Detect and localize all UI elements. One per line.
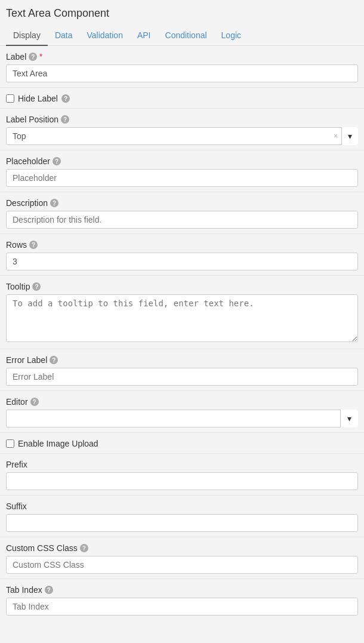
prefix-group: Prefix xyxy=(0,454,364,496)
tooltip-textarea[interactable] xyxy=(6,294,358,342)
rows-group: Rows ? xyxy=(0,234,364,276)
error-label-label: Error Label xyxy=(6,355,47,365)
form-body: Label ? * Hide Label ? Label Position ? … xyxy=(0,46,364,620)
tab-index-group: Tab Index ? xyxy=(0,579,364,620)
tab-api[interactable]: API xyxy=(130,26,158,46)
tooltip-label: Tooltip xyxy=(6,282,30,291)
label-position-help-icon[interactable]: ? xyxy=(61,115,69,124)
tab-display[interactable]: Display xyxy=(6,26,48,46)
rows-label: Rows xyxy=(6,240,27,250)
description-help-icon[interactable]: ? xyxy=(50,199,58,207)
suffix-input[interactable] xyxy=(6,514,358,532)
page-title: Text Area Component xyxy=(0,0,364,26)
enable-image-upload-checkbox[interactable] xyxy=(6,439,14,448)
label-position-wrapper: Top Left Right Bottom × ▾ xyxy=(6,127,358,145)
editor-select[interactable]: CKEditor Quill xyxy=(6,410,358,427)
tab-logic[interactable]: Logic xyxy=(214,26,248,46)
enable-image-upload-group: Enable Image Upload xyxy=(0,433,364,454)
error-label-group: Error Label ? xyxy=(0,349,364,391)
editor-help-icon[interactable]: ? xyxy=(30,398,39,406)
tab-bar: Display Data Validation API Conditional … xyxy=(0,26,364,46)
placeholder-help-icon[interactable]: ? xyxy=(53,157,61,165)
label-position-select[interactable]: Top Left Right Bottom xyxy=(6,127,358,145)
custom-css-class-group: Custom CSS Class ? xyxy=(0,537,364,579)
tab-index-help-icon[interactable]: ? xyxy=(45,586,53,594)
label-required-star: * xyxy=(39,53,42,61)
hide-label-checkbox[interactable] xyxy=(6,94,14,103)
rows-help-icon[interactable]: ? xyxy=(29,241,38,249)
custom-css-class-label: Custom CSS Class xyxy=(6,543,78,553)
tab-index-input[interactable] xyxy=(6,598,358,616)
description-group: Description ? xyxy=(0,192,364,234)
hide-label-label: Hide Label xyxy=(18,94,58,103)
hide-label-help-icon[interactable]: ? xyxy=(61,94,70,103)
custom-css-class-input[interactable] xyxy=(6,556,358,574)
error-label-help-icon[interactable]: ? xyxy=(50,356,58,364)
label-position-clear[interactable]: × xyxy=(330,132,341,140)
placeholder-input[interactable] xyxy=(6,169,358,187)
description-input[interactable] xyxy=(6,211,358,229)
tab-index-label: Tab Index xyxy=(6,585,42,595)
tooltip-help-icon[interactable]: ? xyxy=(32,282,41,291)
tab-validation[interactable]: Validation xyxy=(79,26,129,46)
label-field-label: Label xyxy=(6,52,26,61)
label-position-arrow-icon: ▾ xyxy=(341,127,358,145)
placeholder-label: Placeholder xyxy=(6,156,50,166)
editor-select-wrapper: CKEditor Quill ▾ xyxy=(6,410,358,427)
custom-css-class-help-icon[interactable]: ? xyxy=(80,544,88,552)
label-input[interactable] xyxy=(6,64,358,82)
hide-label-group: Hide Label ? xyxy=(0,88,364,109)
editor-group: Editor ? CKEditor Quill ▾ xyxy=(0,391,364,433)
placeholder-group: Placeholder ? xyxy=(0,150,364,192)
label-position-label: Label Position xyxy=(6,115,58,124)
prefix-label: Prefix xyxy=(6,460,27,469)
suffix-label: Suffix xyxy=(6,502,27,511)
label-help-icon[interactable]: ? xyxy=(29,53,37,61)
enable-image-upload-label: Enable Image Upload xyxy=(18,439,98,448)
error-label-input[interactable] xyxy=(6,368,358,386)
prefix-input[interactable] xyxy=(6,472,358,490)
rows-input[interactable] xyxy=(6,253,358,270)
tooltip-group: Tooltip ? xyxy=(0,276,364,349)
label-position-group: Label Position ? Top Left Right Bottom ×… xyxy=(0,109,364,150)
tab-conditional[interactable]: Conditional xyxy=(158,26,214,46)
tab-data[interactable]: Data xyxy=(48,26,80,46)
label-group: Label ? * xyxy=(0,46,364,88)
editor-label: Editor xyxy=(6,397,28,407)
suffix-group: Suffix xyxy=(0,496,364,537)
description-label: Description xyxy=(6,198,48,208)
